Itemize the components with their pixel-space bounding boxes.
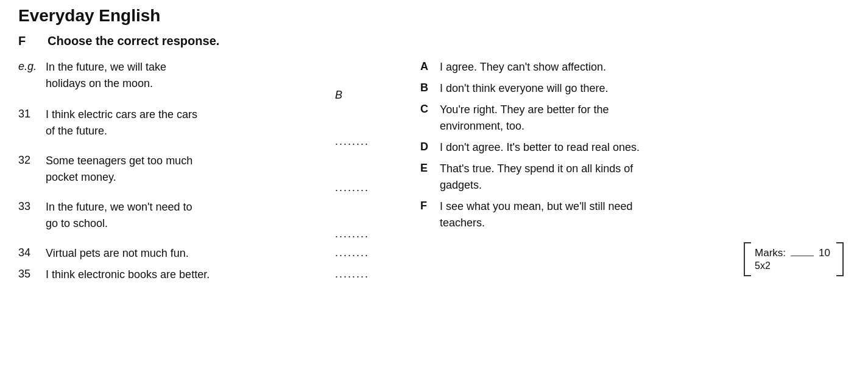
q33-line2: go to school. <box>46 215 329 232</box>
q32-answer[interactable]: ........ <box>329 169 384 194</box>
resp-f-letter: F <box>420 198 440 212</box>
marks-score-blank <box>791 256 814 256</box>
response-d: D I don't agree. It's better to read rea… <box>420 139 850 156</box>
response-e: E That's true. They spend it on all kind… <box>420 161 850 194</box>
q32-line1: Some teenagers get too much <box>46 153 384 169</box>
response-f: F I see what you mean, but we'll still n… <box>420 198 850 231</box>
resp-c-letter: C <box>420 102 440 116</box>
q33-line1: In the future, we won't need to <box>46 199 384 215</box>
question-eg: e.g. In the future, we will take holiday… <box>18 59 384 102</box>
right-column: A I agree. They can't show affection. B … <box>396 59 850 288</box>
q-eg-line1: In the future, we will take <box>46 59 384 75</box>
resp-f-line1: I see what you mean, but we'll still nee… <box>440 198 850 215</box>
marks-formula: 5x2 <box>755 260 830 271</box>
resp-f-line2: teachers. <box>440 215 850 231</box>
question-32: 32 Some teenagers get too much pocket mo… <box>18 153 384 194</box>
q35-label: 35 <box>18 267 46 281</box>
resp-d-letter: D <box>420 139 440 153</box>
response-a: A I agree. They can't show affection. <box>420 59 850 75</box>
resp-e-line1: That's true. They spend it on all kinds … <box>440 161 850 177</box>
instruction-text: Choose the correct response. <box>48 34 219 48</box>
q31-answer[interactable]: ........ <box>329 123 384 148</box>
q-eg-label: e.g. <box>18 59 46 73</box>
resp-c-line2: environment, too. <box>440 118 850 134</box>
q33-spacer <box>18 215 46 217</box>
q32-label: 32 <box>18 153 46 167</box>
resp-b-text: I don't think everyone will go there. <box>440 80 850 97</box>
q31-label: 31 <box>18 106 46 120</box>
q33-answer[interactable]: ........ <box>329 215 384 240</box>
question-31: 31 I think electric cars are the cars of… <box>18 106 384 148</box>
left-column: e.g. In the future, we will take holiday… <box>18 59 396 288</box>
q32-line2: pocket money. <box>46 169 329 186</box>
resp-c-line1: You're right. They are better for the <box>440 102 850 118</box>
response-b: B I don't think everyone will go there. <box>420 80 850 97</box>
resp-e-line2: gadgets. <box>440 177 850 194</box>
q35-line1: I think electronic books are better. <box>46 267 329 283</box>
marks-denominator: 10 <box>819 247 830 259</box>
q32-spacer <box>18 169 46 170</box>
q31-line2: of the future. <box>46 123 329 139</box>
resp-d-text: I don't agree. It's better to read real … <box>440 139 850 156</box>
page-title: Everyday English <box>18 6 850 26</box>
section-label: F <box>18 34 37 48</box>
q34-line1: Virtual pets are not much fun. <box>46 245 329 262</box>
marks-label: Marks: <box>755 247 786 259</box>
q-eg-line2: holidays on the moon. <box>46 75 329 92</box>
q31-spacer <box>18 123 46 124</box>
q-eg-answer: B <box>329 75 384 102</box>
q35-answer[interactable]: ........ <box>329 267 384 281</box>
q31-line1: I think electric cars are the cars <box>46 106 384 123</box>
resp-b-letter: B <box>420 80 440 94</box>
question-34: 34 Virtual pets are not much fun. ......… <box>18 245 384 262</box>
resp-a-text: I agree. They can't show affection. <box>440 59 850 75</box>
marks-area: Marks: 10 5x2 <box>420 242 850 276</box>
resp-a-letter: A <box>420 59 440 73</box>
section-instruction: F Choose the correct response. <box>18 34 850 48</box>
q34-label: 34 <box>18 245 46 259</box>
question-33: 33 In the future, we won't need to go to… <box>18 199 384 240</box>
question-35: 35 I think electronic books are better. … <box>18 267 384 283</box>
resp-e-letter: E <box>420 161 440 175</box>
content-area: e.g. In the future, we will take holiday… <box>18 59 850 288</box>
q33-label: 33 <box>18 199 46 213</box>
q34-answer[interactable]: ........ <box>329 245 384 259</box>
response-c: C You're right. They are better for the … <box>420 102 850 134</box>
q-eg-spacer <box>18 75 46 77</box>
